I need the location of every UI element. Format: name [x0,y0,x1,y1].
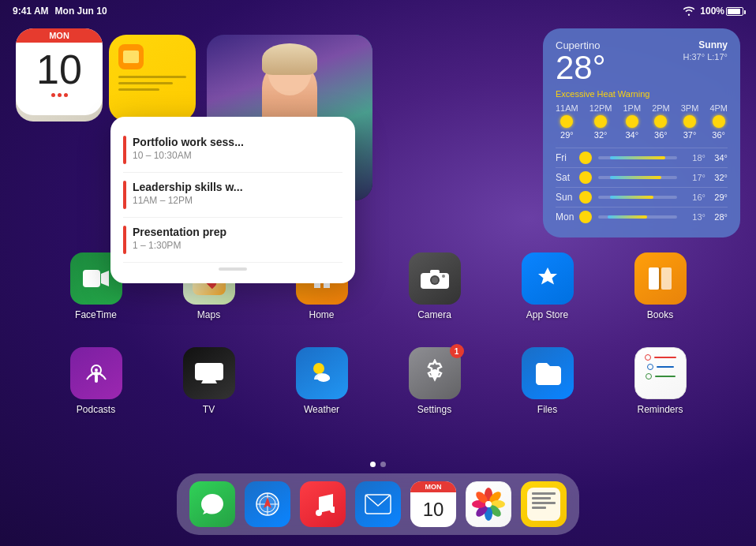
event-time: 10 – 10:30AM [133,150,244,161]
sun-icon [626,115,638,128]
dock-photos[interactable] [466,481,511,527]
app-appstore[interactable]: App Store [516,252,579,320]
event-title: Presentation prep [133,226,226,238]
status-date: Mon Jun 10 [55,6,107,17]
hourly-item-2: 1PM 34° [623,103,642,140]
app-settings[interactable]: 1 Settings [403,347,466,415]
files-icon[interactable] [522,347,574,399]
sun-icon [683,115,696,128]
event-time: 1 – 1:30PM [133,240,226,251]
settings-icon[interactable]: 1 [409,347,461,399]
hourly-forecast: 11AM 29° 12PM 32° 1PM 34° 2PM 36° 3PM 37… [556,103,728,140]
hourly-item-0: 11AM 29° [556,103,578,140]
page-dot-2[interactable] [380,462,386,467]
svg-point-6 [442,275,445,278]
svg-rect-12 [95,375,98,383]
svg-rect-5 [430,270,440,274]
dock-messages[interactable] [189,481,235,527]
forecast-sun: Sun 16° 29° [556,187,728,207]
event-color-bar [123,226,126,254]
app-tv[interactable]: TV [178,347,241,415]
event-details: Portfolio work sess... 10 – 10:30AM [133,136,244,161]
forecast-sat: Sat 17° 32° [556,167,728,187]
appstore-label: App Store [526,309,568,320]
forecast-mon: Mon 13° 28° [556,207,728,226]
calendar-day-name: MON [16,28,103,43]
page-dot-1[interactable] [370,462,376,467]
calendar-event-2[interactable]: Leadership skills w... 11AM – 12PM [123,173,342,218]
app-books[interactable]: Books [629,252,692,320]
svg-rect-8 [661,267,672,290]
dock-music[interactable] [300,481,346,527]
event-details: Leadership skills w... 11AM – 12PM [133,181,243,206]
status-time: 9:41 AM [13,6,49,17]
battery-percent: 100% [700,6,724,17]
status-bar: 9:41 AM Mon Jun 10 100% [0,0,756,22]
weather-label: Weather [304,404,339,415]
podcasts-icon[interactable] [70,347,122,399]
calendar-event-1[interactable]: Portfolio work sess... 10 – 10:30AM [123,128,342,173]
app-reminders[interactable]: Reminders [629,347,692,415]
books-label: Books [647,309,673,320]
hourly-item-5: 4PM 36° [709,103,728,140]
battery-icon [726,7,743,16]
app-grid-row-2: Podcasts TV Weather 1 [39,347,717,415]
notes-widget[interactable] [109,35,196,122]
app-files[interactable]: Files [516,347,579,415]
calendar-expanded-widget[interactable]: Portfolio work sess... 10 – 10:30AM Lead… [110,117,355,283]
calendar-day-number: 10 [16,43,103,90]
svg-point-4 [432,277,438,283]
calendar-event-dot [51,93,55,97]
event-color-bar [123,136,126,164]
svg-rect-13 [195,363,223,380]
weather-high: H:37° [683,52,705,62]
app-weather[interactable]: Weather [290,347,354,415]
dock-calendar[interactable]: MON 10 [410,481,456,527]
weather-app-icon[interactable] [296,347,348,399]
facetime-label: FaceTime [75,309,117,320]
files-label: Files [537,404,557,415]
calendar-small-widget[interactable]: MON 10 [16,28,103,115]
camera-icon[interactable] [409,252,461,305]
weather-low: L:17° [707,52,728,62]
sun-icon [713,115,725,128]
reminders-icon[interactable] [634,347,687,399]
event-title: Leadership skills w... [133,181,243,193]
svg-point-34 [485,501,492,507]
sun-icon [594,115,607,128]
books-icon[interactable] [634,252,687,305]
dock-safari[interactable] [245,481,290,527]
weather-widget[interactable]: Cupertino 28° Sunny H:37° L:17° Excessiv… [543,28,740,237]
tv-icon[interactable] [183,347,235,399]
battery-indicator: 100% [700,6,743,17]
drag-handle [219,267,247,271]
weather-conditions: Sunny H:37° L:17° [683,39,728,62]
hourly-item-1: 12PM 32° [589,103,612,140]
wifi-icon [683,6,695,16]
app-camera[interactable]: Camera [403,252,466,320]
event-details: Presentation prep 1 – 1:30PM [133,226,226,251]
calendar-event-3[interactable]: Presentation prep 1 – 1:30PM [123,218,342,263]
sun-icon [579,151,592,164]
tv-label: TV [203,404,215,415]
settings-label: Settings [417,404,451,415]
weather-high-low: H:37° L:17° [683,52,728,62]
app-podcasts[interactable]: Podcasts [65,347,128,415]
weather-city: Cupertino [556,39,606,51]
dock-notes[interactable] [521,481,567,527]
svg-point-23 [316,510,322,516]
camera-label: Camera [417,309,451,320]
appstore-icon[interactable] [522,252,574,305]
sun-icon [579,191,592,204]
sun-icon [579,211,592,223]
forecast-fri: Fri 18° 34° [556,148,728,167]
hourly-item-4: 3PM 37° [681,103,699,140]
page-dots [0,462,756,467]
dock-mail[interactable] [355,481,401,527]
event-time: 11AM – 12PM [133,195,243,206]
sun-icon [579,171,592,184]
weather-condition-label: Sunny [683,39,728,50]
weather-alert: Excessive Heat Warning [556,89,728,99]
calendar-event-dot [64,93,68,97]
maps-label: Maps [197,309,220,320]
